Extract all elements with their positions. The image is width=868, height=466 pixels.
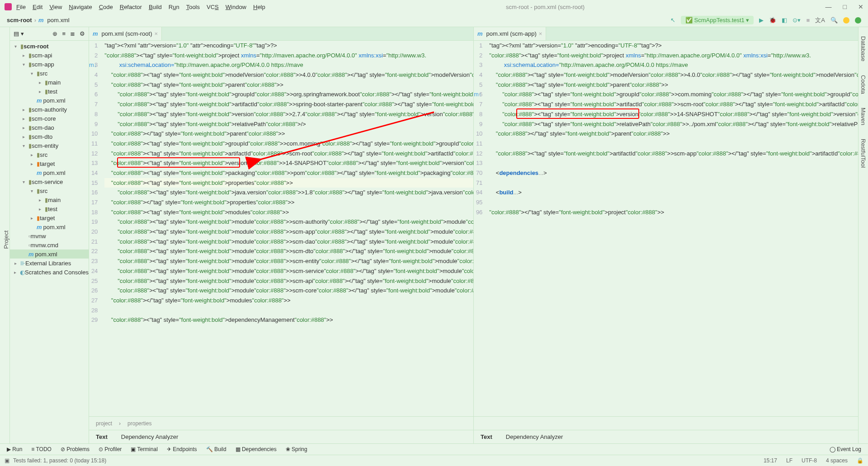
- debug-button[interactable]: 🐞: [769, 17, 776, 24]
- dependency-analyzer-tab[interactable]: Dependency Analyzer: [506, 433, 563, 440]
- tree-item[interactable]: ▸▮ scm-api: [10, 51, 89, 60]
- coverage-button[interactable]: ◧: [782, 17, 787, 24]
- left-gutter: 12 m↓34567891011121314151617181920212223…: [89, 41, 104, 416]
- run-config-selector[interactable]: ✅ ScmAppTests.test1 ▾: [681, 16, 754, 24]
- text-tab[interactable]: Text: [96, 433, 108, 440]
- menu-file[interactable]: File: [16, 4, 26, 10]
- left-code[interactable]: ✔ "tag"><?xml "attr">version="1.0" "attr…: [104, 41, 473, 416]
- menu-window[interactable]: Window: [226, 4, 246, 10]
- translate-icon[interactable]: 文A: [815, 16, 825, 24]
- breadcrumb-root[interactable]: scm-root: [7, 17, 32, 24]
- chevron-right-icon: ›: [34, 17, 36, 24]
- tree-item[interactable]: ▾▮ scm-service: [10, 177, 89, 186]
- tree-item[interactable]: ▸▮ target: [10, 159, 89, 168]
- close-tab-icon[interactable]: ×: [539, 30, 542, 37]
- profiler-tool[interactable]: ⊙ Profiler: [99, 446, 122, 452]
- right-editor-tab[interactable]: m pom.xml (scm-app) ×: [474, 27, 546, 40]
- right-editor-body[interactable]: 12345 m↑6789101112137071949596 ⚠1 ∧ ∨ "t…: [474, 41, 858, 416]
- tree-item[interactable]: ▸▮ target: [10, 213, 89, 222]
- maximize-button[interactable]: □: [843, 3, 847, 10]
- restful-tool-button[interactable]: RestfulTool: [860, 139, 867, 168]
- maven-icon: m: [38, 17, 44, 24]
- problems-tool[interactable]: ⊘ Problems: [61, 446, 90, 452]
- tree-item[interactable]: ▾▮ scm-app: [10, 60, 89, 69]
- status-eol[interactable]: LF: [786, 457, 793, 464]
- tree-item[interactable]: ▸◐ Scratches and Consoles: [10, 268, 89, 277]
- back-icon[interactable]: ↖: [670, 17, 675, 24]
- right-code[interactable]: ⚠1 ∧ ∨ "tag"><?xml "attr">version="1.0" …: [489, 41, 858, 416]
- project-tree[interactable]: ▾▮ scm-root▸▮ scm-api▾▮ scm-app▾▮ src▸▮ …: [10, 41, 89, 443]
- dependency-analyzer-tab[interactable]: Dependency Analyzer: [121, 433, 178, 440]
- status-bar: ▣ Tests failed: 1, passed: 0 (today 15:1…: [0, 455, 868, 466]
- project-view-selector[interactable]: ▤ ▾: [14, 30, 24, 37]
- build-tool[interactable]: 🔨 Build: [206, 446, 226, 452]
- menu-tools[interactable]: Tools: [186, 4, 200, 10]
- project-tool-button[interactable]: Project: [3, 231, 9, 249]
- tree-item[interactable]: ▸▮ test: [10, 87, 89, 96]
- database-tool-button[interactable]: Database: [860, 36, 867, 61]
- menu-code[interactable]: Code: [99, 4, 113, 10]
- spring-tool[interactable]: ❀ Spring: [286, 446, 307, 452]
- ide-updates-icon[interactable]: [843, 17, 849, 24]
- left-editor-body[interactable]: 12 m↓34567891011121314151617181920212223…: [89, 41, 473, 416]
- tree-item[interactable]: ▸▮ main: [10, 78, 89, 87]
- run-tool[interactable]: ▶ Run: [7, 446, 22, 452]
- menu-view[interactable]: View: [49, 4, 62, 10]
- tree-item[interactable]: mpom.xml: [10, 222, 89, 231]
- tree-item[interactable]: ▾▮ scm-entity: [10, 141, 89, 150]
- tree-item[interactable]: ▸▮ scm-dto: [10, 132, 89, 141]
- menu-help[interactable]: Help: [253, 4, 265, 10]
- todo-tool[interactable]: ≡ TODO: [31, 446, 52, 452]
- menu-vcs[interactable]: VCS: [207, 4, 219, 10]
- event-log-tool[interactable]: ◯ Event Log: [830, 446, 861, 452]
- menu-navigate[interactable]: Navigate: [69, 4, 92, 10]
- menu-refactor[interactable]: Refactor: [120, 4, 142, 10]
- terminal-tool[interactable]: ▣ Terminal: [131, 446, 157, 452]
- tree-item[interactable]: mpom.xml: [10, 249, 89, 259]
- crumb-project[interactable]: project: [96, 420, 112, 427]
- status-position[interactable]: 15:17: [764, 457, 777, 464]
- tree-item[interactable]: ▾▮ src: [10, 186, 89, 195]
- tree-item[interactable]: ▸▮ scm-core: [10, 114, 89, 123]
- menu-build[interactable]: Build: [149, 4, 162, 10]
- search-icon[interactable]: 🔍: [830, 17, 838, 24]
- endpoints-tool[interactable]: ✈ Endpoints: [167, 446, 197, 452]
- tree-item[interactable]: ▸▮ test: [10, 204, 89, 213]
- tree-item[interactable]: ▸▮ scm-dao: [10, 123, 89, 132]
- right-gutter: 12345 m↑6789101112137071949596: [474, 41, 489, 416]
- settings-icon[interactable]: ⚙: [80, 30, 85, 37]
- tree-item[interactable]: mpom.xml: [10, 96, 89, 105]
- stop-button[interactable]: ■: [806, 17, 810, 24]
- tree-item[interactable]: ▫ mvnw.cmd: [10, 240, 89, 249]
- tree-item[interactable]: ▫ mvnw: [10, 231, 89, 240]
- left-editor-tab[interactable]: m pom.xml (scm-root) ×: [89, 27, 162, 40]
- crumb-properties[interactable]: properties: [127, 420, 151, 427]
- code-with-me-icon[interactable]: [855, 17, 861, 24]
- close-button[interactable]: ✕: [858, 3, 863, 10]
- status-lock-icon[interactable]: 🔒: [857, 457, 863, 464]
- minimize-button[interactable]: —: [826, 3, 832, 10]
- collapse-icon[interactable]: ≣: [70, 30, 75, 37]
- tree-item[interactable]: ▾▮ scm-root: [10, 42, 89, 51]
- codota-tool-button[interactable]: Codota: [860, 75, 867, 94]
- run-button[interactable]: ▶: [759, 17, 764, 24]
- dependencies-tool[interactable]: ▦ Dependencies: [236, 446, 277, 452]
- tree-item[interactable]: ▸▮ src: [10, 150, 89, 159]
- menu-edit[interactable]: Edit: [33, 4, 42, 10]
- tree-item[interactable]: ▾▮ src: [10, 69, 89, 78]
- status-encoding[interactable]: UTF-8: [802, 457, 817, 464]
- status-indent[interactable]: 4 spaces: [826, 457, 848, 464]
- close-tab-icon[interactable]: ×: [155, 30, 158, 37]
- breadcrumb-file[interactable]: pom.xml: [47, 17, 70, 24]
- locate-icon[interactable]: ⊕: [52, 30, 57, 37]
- tree-item[interactable]: ▸⊪ External Libraries: [10, 259, 89, 268]
- expand-icon[interactable]: ≡: [62, 30, 66, 37]
- text-tab[interactable]: Text: [481, 433, 492, 440]
- tree-item[interactable]: ▸▮ scm-authority: [10, 105, 89, 114]
- menu-run[interactable]: Run: [169, 4, 179, 10]
- profile-button[interactable]: ⊙▾: [793, 17, 801, 24]
- status-icon[interactable]: ▣: [5, 457, 9, 464]
- tree-item[interactable]: mpom.xml: [10, 168, 89, 177]
- maven-tool-button[interactable]: Maven: [860, 108, 867, 125]
- tree-item[interactable]: ▸▮ main: [10, 195, 89, 204]
